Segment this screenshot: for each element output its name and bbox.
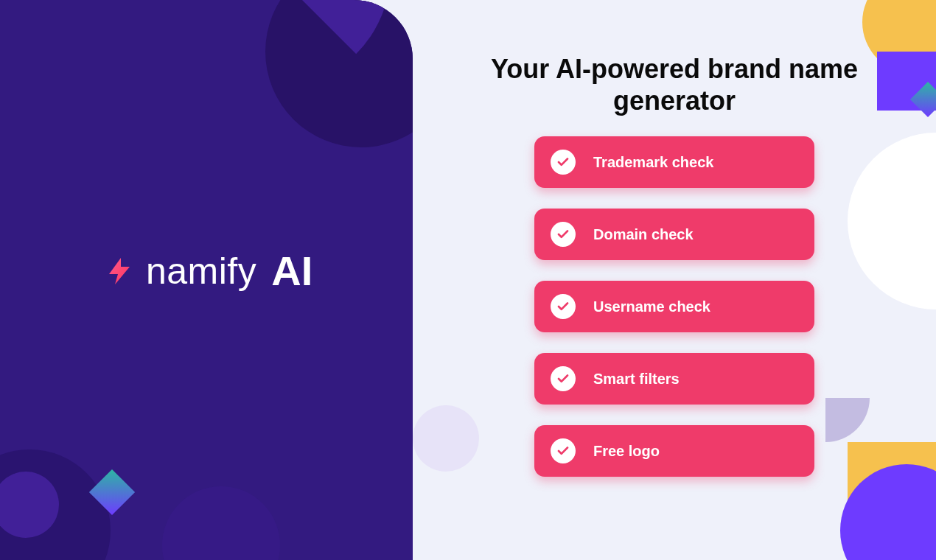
headline: Your AI-powered brand name generator	[490, 53, 859, 116]
feature-item: Free logo	[534, 425, 814, 477]
brand-name: namify	[146, 250, 256, 293]
decorative-shape	[413, 405, 479, 472]
feature-item: Trademark check	[534, 136, 814, 188]
content-panel: Your AI-powered brand name generator Tra…	[413, 0, 936, 560]
check-icon	[551, 150, 576, 175]
check-icon	[551, 294, 576, 319]
feature-list: Trademark check Domain check Username ch…	[534, 136, 814, 477]
decorative-shape	[825, 398, 870, 442]
decorative-shape	[162, 486, 280, 560]
brand-panel: namify AI	[0, 0, 413, 560]
feature-label: Smart filters	[593, 371, 680, 388]
feature-label: Free logo	[593, 443, 660, 460]
feature-label: Username check	[593, 298, 710, 315]
bolt-icon	[103, 255, 136, 287]
feature-item: Smart filters	[534, 353, 814, 405]
decorative-shape	[848, 133, 936, 309]
feature-item: Username check	[534, 281, 814, 332]
feature-item: Domain check	[534, 209, 814, 260]
feature-label: Domain check	[593, 226, 694, 243]
check-icon	[551, 366, 576, 391]
check-icon	[551, 222, 576, 247]
brand-lockup: namify AI	[103, 247, 312, 295]
brand-suffix: AI	[271, 247, 312, 295]
check-icon	[551, 438, 576, 463]
feature-label: Trademark check	[593, 154, 713, 171]
